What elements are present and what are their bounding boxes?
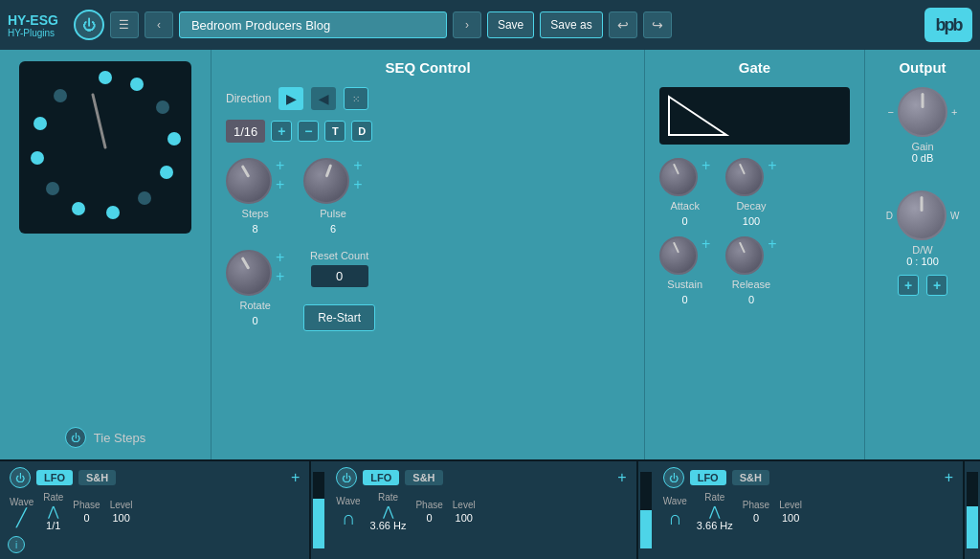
release-knob[interactable] <box>725 236 764 275</box>
svg-point-2 <box>156 101 169 114</box>
svg-point-10 <box>33 117 47 130</box>
dw-d-label: D <box>886 211 893 221</box>
attack-group: + Attack 0 <box>659 158 710 227</box>
lfo3-sh-tab[interactable]: S&H <box>732 470 769 485</box>
rotate-group: + + Rotate 0 <box>226 250 284 326</box>
back-button[interactable]: ‹ <box>145 11 173 38</box>
gain-value: 0 dB <box>912 152 934 164</box>
attack-knob[interactable] <box>659 158 698 196</box>
brand-name: HY-ESG <box>8 12 58 28</box>
tie-steps-power[interactable]: ⏻ <box>65 427 86 448</box>
lfo2-rate-label: Rate <box>378 492 398 503</box>
lfo1-power-button[interactable]: ⏻ <box>10 467 31 488</box>
power-button[interactable]: ⏻ <box>74 10 104 40</box>
lfo1-wave-field: Wave ╱ <box>10 497 33 526</box>
steps-inc[interactable]: + <box>276 158 284 173</box>
lfo2-level-label: Level <box>453 500 476 510</box>
lfo2-power-button[interactable]: ⏻ <box>336 467 357 488</box>
lfo2-phase-label: Phase <box>415 500 442 510</box>
lfo2-fields: Wave ∩ Rate ⋀ 3.66 Hz Phase 0 Level 100 <box>336 492 626 531</box>
save-as-button[interactable]: Save as <box>540 11 602 38</box>
release-value: 0 <box>748 294 754 305</box>
pulse-knob[interactable] <box>303 158 349 204</box>
dw-knob[interactable] <box>897 190 947 240</box>
preset-display[interactable]: Bedroom Producers Blog <box>179 11 447 38</box>
lfo3-fields: Wave ∩ Rate ⋀ 3.66 Hz Phase 0 Level 100 <box>663 492 953 531</box>
pulse-inc[interactable]: + <box>353 158 362 173</box>
lfo2-rate-wave-icon: ⋀ <box>383 504 393 518</box>
t-button[interactable]: T <box>324 121 345 142</box>
lfo2-rate-value: 3.66 Hz <box>370 520 407 531</box>
undo-button[interactable]: ↩ <box>609 11 637 38</box>
lfo2-level-field: Level 100 <box>453 500 476 524</box>
pulse-dec[interactable]: + <box>353 177 362 192</box>
decay-label: Decay <box>736 200 766 212</box>
forward-button[interactable]: › <box>453 11 481 38</box>
forward-dir-button[interactable]: ▶ <box>278 87 303 110</box>
gate-title: Gate <box>659 59 850 76</box>
output-btn1[interactable]: + <box>898 275 919 296</box>
decay-inc[interactable]: + <box>768 158 776 173</box>
random-dir-button[interactable]: ⁙ <box>344 87 368 110</box>
sustain-label: Sustain <box>667 279 702 290</box>
lfo1-level-value: 100 <box>112 512 129 524</box>
timing-inc-button[interactable]: + <box>271 121 292 142</box>
output-btn2[interactable]: + <box>926 275 947 296</box>
lfo1-lfo-tab[interactable]: LFO <box>36 470 73 485</box>
lfo2-panel: ⏻ LFO S&H + Wave ∩ Rate ⋀ 3.66 Hz Phase … <box>326 461 637 559</box>
decay-value: 100 <box>743 215 760 227</box>
attack-inc[interactable]: + <box>702 158 710 173</box>
redo-button[interactable]: ↪ <box>643 11 672 38</box>
lfo3-wave-field: Wave ∩ <box>663 496 687 527</box>
d-button[interactable]: D <box>351 121 372 142</box>
lfo3-top-row: ⏻ LFO S&H + <box>663 467 953 488</box>
gain-plus[interactable]: + <box>951 106 957 118</box>
rotate-value: 0 <box>253 315 258 326</box>
rotate-inc[interactable]: + <box>276 250 284 265</box>
preset-name: Bedroom Producers Blog <box>191 18 330 33</box>
steps-group: + + Steps 8 <box>226 158 284 235</box>
menu-button[interactable]: ☰ <box>110 11 139 38</box>
lfo1-sh-tab[interactable]: S&H <box>78 470 116 485</box>
timing-value[interactable]: 1/16 <box>226 120 265 143</box>
steps-dec[interactable]: + <box>276 177 284 192</box>
sustain-inc[interactable]: + <box>702 236 710 252</box>
sustain-knob[interactable] <box>659 236 698 275</box>
lfo1-panel: ⏻ LFO S&H + Wave ╱ Rate ⋀ 1/1 Phase 0 <box>0 461 311 559</box>
lfo3-power-button[interactable]: ⏻ <box>663 467 684 488</box>
svg-point-7 <box>72 202 85 215</box>
lfo3-plus[interactable]: + <box>945 469 953 486</box>
svg-marker-13 <box>669 97 726 135</box>
lfo2-phase-field: Phase 0 <box>415 500 442 524</box>
gain-knob[interactable] <box>898 87 947 137</box>
direction-label: Direction <box>226 92 271 105</box>
svg-point-11 <box>54 89 67 102</box>
lfo2-plus[interactable]: + <box>617 469 626 486</box>
lfo3-wave-icon: ∩ <box>668 508 681 527</box>
lfo2-lfo-tab[interactable]: LFO <box>363 470 399 485</box>
backward-dir-button[interactable]: ◀ <box>311 87 336 110</box>
steps-knob[interactable] <box>226 158 272 204</box>
release-group: + Release 0 <box>725 236 776 305</box>
circle-sequencer[interactable] <box>19 61 191 234</box>
timing-dec-button[interactable]: − <box>298 121 319 142</box>
lfo1-plus[interactable]: + <box>291 469 300 486</box>
lfo3-phase-value: 0 <box>753 512 759 524</box>
lfo3-lfo-tab[interactable]: LFO <box>690 470 726 485</box>
save-button[interactable]: Save <box>487 11 534 38</box>
release-inc[interactable]: + <box>768 236 776 252</box>
rotate-knob[interactable] <box>226 250 272 296</box>
left-panel: ⏻ Tie Steps <box>0 50 211 459</box>
info-button[interactable]: i <box>8 536 25 553</box>
reset-count-value[interactable]: 0 <box>311 265 368 287</box>
gain-minus[interactable]: − <box>888 106 894 118</box>
rotate-dec[interactable]: + <box>276 269 284 284</box>
lfo2-sh-tab[interactable]: S&H <box>405 470 442 485</box>
lfo3-phase-label: Phase <box>743 500 769 510</box>
pulse-value: 6 <box>330 223 336 235</box>
gain-label: Gain <box>911 141 933 152</box>
decay-knob[interactable] <box>725 158 764 196</box>
restart-button[interactable]: Re-Start <box>303 304 375 331</box>
lfo2-top-row: ⏻ LFO S&H + <box>336 467 626 488</box>
lfo1-phase-value: 0 <box>83 512 89 524</box>
